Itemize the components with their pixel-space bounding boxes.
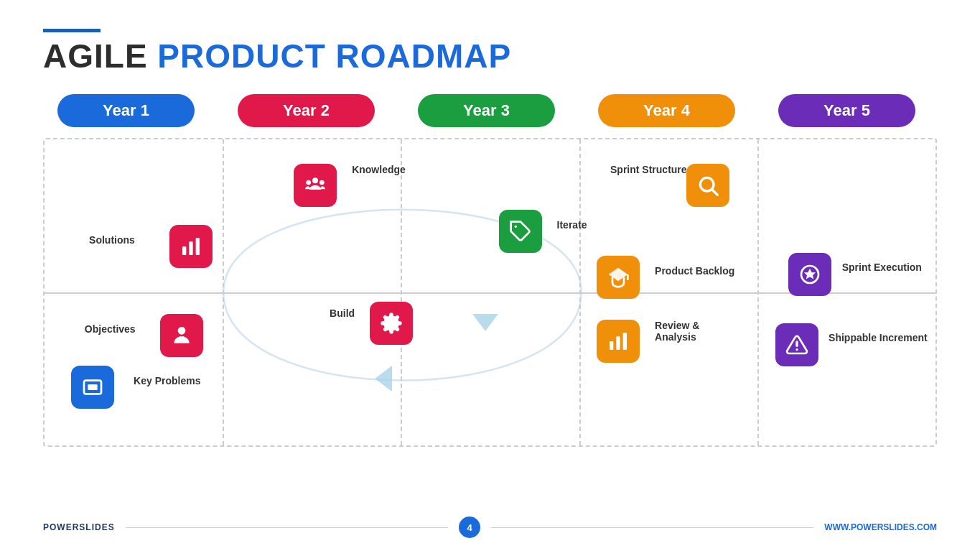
iterate-label: Iterate xyxy=(557,219,587,231)
year-row: Year 1 Year 2 Year 3 Year 4 Year 5 xyxy=(43,94,937,127)
search-icon xyxy=(696,174,719,197)
arrow-left xyxy=(375,366,392,392)
objectives-label: Objectives xyxy=(85,323,136,335)
sprint-execution-icon-box xyxy=(788,253,831,296)
knowledge-icon-box xyxy=(294,164,337,207)
year4-pill: Year 4 xyxy=(598,94,735,127)
svg-rect-7 xyxy=(94,386,96,390)
slide: AGILE PRODUCT ROADMAP Year 1 Year 2 Year… xyxy=(0,0,980,551)
svg-rect-18 xyxy=(623,333,627,350)
analytics-icon xyxy=(607,330,630,353)
shippable-increment-icon-box xyxy=(775,323,818,366)
key-problems-icon-box xyxy=(71,366,114,409)
svg-point-10 xyxy=(319,180,325,185)
tag-icon xyxy=(509,220,532,243)
product-backlog-label: Product Backlog xyxy=(655,265,734,277)
page-title: AGILE PRODUCT ROADMAP xyxy=(43,40,937,73)
gear-icon xyxy=(380,312,403,335)
footer: POWERSLIDES 4 WWW.POWERSLIDES.COM xyxy=(43,517,937,538)
solutions-label: Solutions xyxy=(89,234,135,246)
title-part1: AGILE xyxy=(43,37,148,75)
key-problems-label: Key Problems xyxy=(134,375,200,386)
build-icon-box xyxy=(370,302,413,345)
svg-rect-1 xyxy=(189,242,192,256)
sprint-structure-icon-box xyxy=(686,164,729,207)
soccer-icon xyxy=(798,263,821,286)
content-area: Solutions Objectives Key Problems xyxy=(43,138,937,447)
bar-chart-icon xyxy=(179,235,202,258)
svg-rect-5 xyxy=(88,384,98,390)
footer-brand: POWERSLIDES xyxy=(43,522,115,532)
product-backlog-icon-box xyxy=(597,256,640,299)
year2-pill: Year 2 xyxy=(238,94,375,127)
team-icon xyxy=(304,174,327,197)
person-icon xyxy=(170,324,193,347)
svg-point-22 xyxy=(795,348,798,351)
sprint-execution-label: Sprint Execution xyxy=(842,261,922,273)
iterate-icon-box xyxy=(499,210,542,253)
title-part2: PRODUCT ROADMAP xyxy=(157,37,511,75)
svg-rect-17 xyxy=(617,337,620,351)
svg-point-8 xyxy=(312,177,318,183)
year3-pill: Year 3 xyxy=(418,94,555,127)
objectives-icon-box xyxy=(160,314,203,357)
footer-url: WWW.POWERSLIDES.COM xyxy=(824,522,937,532)
svg-rect-16 xyxy=(610,341,613,350)
sprint-structure-label: Sprint Structure xyxy=(610,164,687,175)
warning-icon xyxy=(785,333,808,356)
svg-marker-20 xyxy=(804,269,816,279)
review-analysis-icon-box xyxy=(597,320,640,363)
solutions-icon-box xyxy=(169,225,213,268)
build-label: Build xyxy=(330,307,355,319)
svg-line-13 xyxy=(712,190,717,195)
arrow-down xyxy=(472,314,498,331)
svg-rect-2 xyxy=(195,238,199,255)
knowledge-label: Knowledge xyxy=(352,164,406,175)
svg-point-3 xyxy=(178,327,186,335)
year1-pill: Year 1 xyxy=(57,94,195,127)
header-accent xyxy=(43,29,101,32)
year5-pill: Year 5 xyxy=(778,94,915,127)
svg-rect-0 xyxy=(182,246,186,255)
footer-line-right xyxy=(491,527,813,528)
key-icon xyxy=(81,376,104,399)
mortarboard-icon xyxy=(607,266,630,289)
svg-point-9 xyxy=(307,180,312,185)
footer-line-left xyxy=(126,527,448,528)
svg-rect-6 xyxy=(90,386,92,390)
shippable-increment-label: Shippable Increment xyxy=(829,332,928,343)
review-analysis-label: Review &Analysis xyxy=(655,320,699,343)
page-badge: 4 xyxy=(459,517,480,538)
